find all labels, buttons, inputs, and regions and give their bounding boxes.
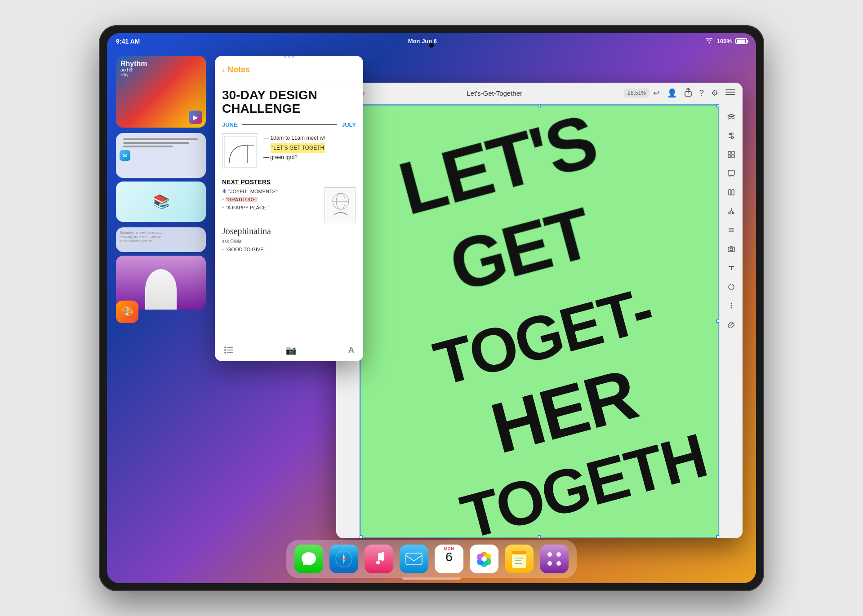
poster-1-text: "JOYFUL MOMENTS"! bbox=[228, 189, 279, 194]
lasso-button[interactable] bbox=[723, 279, 739, 295]
export-button[interactable] bbox=[723, 241, 739, 257]
sidebar-bottom-icon[interactable]: 🎨 bbox=[116, 301, 138, 323]
battery-fill bbox=[737, 40, 745, 43]
preview-line bbox=[123, 146, 173, 147]
svg-point-9 bbox=[224, 352, 226, 354]
dock-safari[interactable] bbox=[329, 545, 358, 573]
dot1 bbox=[284, 56, 286, 58]
more-tools-button[interactable] bbox=[723, 297, 739, 314]
svg-rect-65 bbox=[512, 553, 526, 568]
sidebar-card-library[interactable]: 📚 bbox=[116, 182, 206, 222]
dock: MON 6 bbox=[286, 540, 577, 578]
design-titlebar: ‹ Let's-Get-Together 28.51% ↩ 👤 ? ⚙ bbox=[336, 83, 743, 104]
text-style-button[interactable] bbox=[723, 260, 739, 276]
poster-2-text: "GRATITUDE" bbox=[226, 197, 258, 202]
cut-tool-button[interactable] bbox=[723, 203, 739, 219]
svg-rect-36 bbox=[728, 155, 731, 158]
notes-month-end: JULY bbox=[342, 121, 356, 128]
design-right-toolbar bbox=[719, 104, 743, 538]
dock-notes[interactable] bbox=[505, 545, 534, 573]
ipad-screen: 9:41 AM Mon Jun 6 100% bbox=[107, 33, 756, 583]
notes-signature: Josephinalina bbox=[222, 226, 356, 236]
poster-svg: LET'S GET TOGET- HER TOGETH LET'S GET bbox=[360, 104, 719, 538]
svg-point-70 bbox=[547, 552, 552, 557]
calendar-day-num: 6 bbox=[445, 551, 453, 563]
battery-percentage: 100% bbox=[717, 38, 732, 44]
camera-icon[interactable]: 📷 bbox=[285, 345, 297, 355]
attachment-button[interactable] bbox=[723, 316, 739, 332]
dock-music[interactable] bbox=[365, 545, 393, 573]
svg-rect-43 bbox=[729, 229, 731, 231]
svg-point-41 bbox=[729, 212, 730, 214]
back-chevron-icon[interactable]: ‹ bbox=[222, 65, 225, 75]
design-main: LET'S GET TOGET- HER TOGETH LET'S GET bbox=[336, 104, 743, 538]
bullet-item-3: — green lgrd? bbox=[263, 153, 325, 163]
text-format-icon[interactable]: A bbox=[348, 346, 354, 355]
design-window[interactable]: ‹ Let's-Get-Together 28.51% ↩ 👤 ? ⚙ bbox=[336, 83, 743, 538]
notes-last-item: • "GOOD TO GIVE" bbox=[222, 246, 356, 253]
notes-ask-olivia: ask Olivia bbox=[222, 239, 356, 244]
last-item-text: "GOOD TO GIVE" bbox=[226, 247, 266, 252]
dock-messages[interactable] bbox=[294, 545, 323, 573]
footer-list-icon[interactable] bbox=[224, 346, 234, 354]
rhythm-card-image: Rhythm and Bl Rhy ▶ bbox=[116, 56, 206, 128]
share-icon[interactable] bbox=[684, 88, 692, 99]
dock-calendar[interactable]: MON 6 bbox=[435, 545, 463, 573]
dock-mail[interactable] bbox=[400, 545, 428, 573]
svg-rect-14 bbox=[725, 89, 735, 90]
notes-section-title: NEXT POSTERS bbox=[222, 178, 356, 186]
notes-timeline: JUNE JULY bbox=[222, 121, 356, 128]
svg-rect-0 bbox=[222, 134, 258, 170]
transform-button[interactable] bbox=[723, 184, 739, 200]
notes-header: ‹ Notes bbox=[215, 60, 363, 81]
settings-icon[interactable]: ⚙ bbox=[711, 88, 718, 98]
battery-icon bbox=[735, 38, 747, 44]
notes-main-title: 30-DAY DESIGN CHALLENGE bbox=[222, 89, 356, 116]
design-doc-title: Let's-Get-Together bbox=[369, 89, 620, 97]
status-time: 9:41 AM bbox=[116, 38, 140, 45]
indent-button[interactable] bbox=[723, 222, 739, 238]
notes-body: 30-DAY DESIGN CHALLENGE JUNE JULY bbox=[215, 81, 363, 346]
dock-extras[interactable] bbox=[540, 545, 569, 573]
layers-panel-button[interactable] bbox=[723, 109, 739, 125]
wifi-icon bbox=[705, 37, 713, 45]
poster-item-2: • "GRATITUDE" bbox=[222, 195, 321, 204]
front-camera bbox=[429, 43, 434, 48]
notes-back-button[interactable]: Notes bbox=[227, 65, 250, 75]
svg-point-33 bbox=[732, 137, 734, 138]
svg-point-46 bbox=[730, 302, 732, 304]
svg-point-47 bbox=[730, 305, 732, 306]
sidebar-card-notes-preview[interactable]: Saturday, a preliminary c... drawing are… bbox=[116, 227, 206, 252]
sidebar-card-rhythm[interactable]: Rhythm and Bl Rhy ▶ bbox=[116, 56, 206, 128]
svg-rect-10 bbox=[227, 347, 233, 348]
sidebar-icon: 🎨 bbox=[121, 306, 133, 318]
notes-footer: 📷 A bbox=[215, 339, 363, 361]
notes-window[interactable]: ‹ Notes 30-DAY DESIGN CHALLENGE JUNE JUL… bbox=[215, 56, 363, 361]
help-icon[interactable]: ? bbox=[699, 89, 704, 98]
user-icon[interactable]: 👤 bbox=[667, 88, 677, 98]
notes-sketch bbox=[222, 133, 258, 169]
window-drag-handle[interactable] bbox=[215, 56, 363, 58]
poster-item-3: • "A HAPPY PLACE." bbox=[222, 204, 321, 212]
more-icon[interactable] bbox=[725, 88, 735, 98]
poster-section: ✳ "JOYFUL MOMENTS"! • "GRATITUDE" • "A H… bbox=[222, 187, 356, 223]
svg-rect-35 bbox=[732, 151, 734, 154]
svg-rect-38 bbox=[728, 170, 734, 175]
poster-item-1: ✳ "JOYFUL MOMENTS"! bbox=[222, 187, 321, 195]
zoom-badge[interactable]: 28.51% bbox=[624, 89, 649, 97]
sidebar-card-preview[interactable]: ✉ bbox=[116, 133, 206, 178]
svg-point-73 bbox=[556, 561, 561, 566]
design-canvas[interactable]: LET'S GET TOGET- HER TOGETH LET'S GET bbox=[360, 104, 719, 538]
svg-point-72 bbox=[547, 561, 552, 566]
dock-photos[interactable] bbox=[470, 545, 498, 573]
svg-point-7 bbox=[224, 346, 226, 348]
undo-icon[interactable]: ↩ bbox=[653, 88, 660, 98]
svg-rect-40 bbox=[732, 190, 734, 195]
comments-button[interactable] bbox=[723, 165, 739, 182]
svg-rect-37 bbox=[732, 155, 734, 158]
notes-month-start: JUNE bbox=[222, 121, 238, 128]
adjustments-button[interactable] bbox=[723, 128, 739, 144]
shape-library-button[interactable] bbox=[723, 146, 739, 163]
small-sketch bbox=[325, 187, 356, 223]
preview-line bbox=[123, 142, 189, 144]
